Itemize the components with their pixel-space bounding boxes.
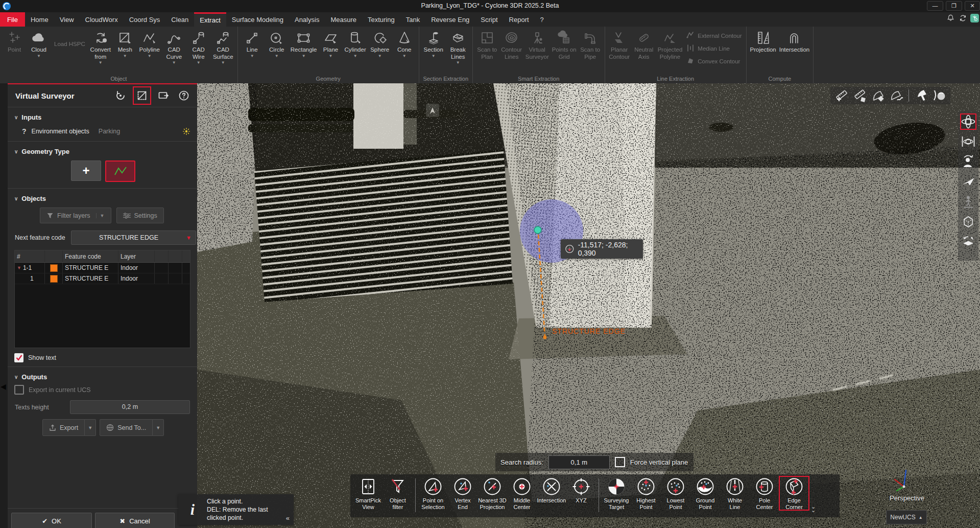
- nav-tool-turntable-icon[interactable]: [960, 233, 976, 249]
- ribbon-button-external-contour[interactable]: External Contour: [686, 31, 742, 41]
- cancel-button[interactable]: ✖ Cancel: [95, 513, 175, 528]
- measure-tool-measure-cube-icon[interactable]: [852, 88, 868, 103]
- measure-tool-pick-sphere-icon[interactable]: [931, 88, 947, 103]
- ribbon-button-cone[interactable]: Cone▼: [392, 28, 417, 58]
- sendto-dropdown-arrow[interactable]: ▼: [153, 419, 164, 436]
- measure-tool-angle-line-icon[interactable]: [889, 88, 905, 103]
- snap-button-highest-point[interactable]: Highest Point: [631, 476, 661, 510]
- export-ucs-row[interactable]: Export in current UCS: [8, 383, 197, 396]
- menu-item-analysis[interactable]: Analysis: [289, 12, 325, 27]
- snap-button-edge-corner[interactable]: Edge Corner: [779, 476, 809, 510]
- restore-button[interactable]: ❐: [946, 1, 962, 11]
- menu-item-file[interactable]: File: [0, 12, 25, 27]
- ribbon-button-cloud[interactable]: Cloud▼: [27, 28, 51, 58]
- measure-tool-pick-object-icon[interactable]: [913, 88, 929, 103]
- help-icon[interactable]: [176, 87, 192, 104]
- ribbon-button-cad-surface[interactable]: CAD Surface▼: [211, 28, 235, 65]
- table-row[interactable]: ▼1-1STRUCTURE EIndoor: [15, 263, 190, 273]
- texts-height-input[interactable]: 0,2 m: [70, 400, 190, 414]
- export-dropdown-arrow[interactable]: ▼: [85, 419, 96, 436]
- close-button[interactable]: ✕: [965, 1, 980, 11]
- force-vertical-checkbox[interactable]: [615, 457, 625, 467]
- table-header-empty[interactable]: [182, 250, 190, 262]
- snap-button-vertex-end[interactable]: Vertex End: [448, 476, 477, 510]
- snap-button-pole-center[interactable]: Pole Center: [750, 476, 779, 510]
- ok-button[interactable]: ✔ OK: [11, 513, 92, 528]
- menu-item-tank[interactable]: Tank: [400, 12, 425, 27]
- ribbon-button-contour-lines[interactable]: Contour Lines: [499, 28, 524, 60]
- window-select-icon[interactable]: [133, 86, 151, 105]
- menu-item--[interactable]: ?: [535, 12, 549, 27]
- feature-color-swatch[interactable]: [50, 264, 58, 272]
- nav-tool-orbit-icon[interactable]: [960, 113, 976, 130]
- collapse-info-icon[interactable]: «: [286, 514, 290, 522]
- snap-button-intersection[interactable]: Intersection: [537, 476, 566, 504]
- menu-item-cloudworx[interactable]: CloudWorx: [80, 12, 124, 27]
- menu-item-home[interactable]: Home: [25, 12, 54, 27]
- objects-table[interactable]: #Feature codeLayer▼1-1STRUCTURE EIndoor1…: [14, 250, 190, 348]
- bell-icon[interactable]: [946, 13, 955, 22]
- nav-tool-section-box-icon[interactable]: [960, 213, 976, 229]
- ribbon-button-scan-to-plan[interactable]: Scan to Plan: [475, 28, 499, 60]
- menu-item-surface-modeling[interactable]: Surface Modeling: [226, 12, 289, 27]
- ribbon-button-intersection[interactable]: Intersection: [778, 28, 811, 54]
- ribbon-button-cad-curve[interactable]: CAD Curve▼: [162, 28, 186, 65]
- add-point-geometry-button[interactable]: +: [71, 160, 101, 181]
- menu-item-script[interactable]: Script: [475, 12, 503, 27]
- snap-button-surveying-target[interactable]: Surveying Target: [602, 476, 631, 510]
- nav-tool-first-person-icon[interactable]: [960, 153, 976, 170]
- ribbon-button-sphere[interactable]: Sphere▼: [368, 28, 392, 58]
- ribbon-button-polyline[interactable]: Polyline▼: [137, 28, 162, 58]
- ribbon-button-virtual-surveyor[interactable]: Virtual Surveyor: [524, 28, 551, 60]
- ribbon-button-cylinder[interactable]: Cylinder▼: [343, 28, 368, 58]
- measure-tool-measure-add-icon[interactable]: [833, 88, 850, 103]
- table-header-empty[interactable]: [155, 250, 169, 262]
- section-objects[interactable]: ∨Objects: [8, 189, 197, 204]
- ucs-selector-button[interactable]: NewUCS ▲: [886, 510, 927, 524]
- snap-button-white-line[interactable]: White Line: [720, 476, 750, 510]
- ribbon-button-rectangle[interactable]: Rectangle▼: [289, 28, 319, 58]
- screenshot-icon[interactable]: [155, 87, 172, 104]
- ribbon-button-plane[interactable]: Plane▼: [319, 28, 343, 58]
- polyline-geometry-button[interactable]: [105, 160, 135, 182]
- highlight-icon[interactable]: [182, 127, 190, 135]
- ribbon-button-scan-to-pipe[interactable]: Scan to Pipe: [578, 28, 603, 60]
- measure-tool-angle-diamond-icon[interactable]: [870, 88, 887, 103]
- section-geometry-type[interactable]: ∨Geometry Type: [8, 142, 197, 157]
- chevron-down-icon[interactable]: ▼: [17, 265, 21, 270]
- ribbon-button-cad-wire[interactable]: CAD Wire▼: [186, 28, 211, 65]
- show-text-row[interactable]: Show text: [8, 348, 197, 363]
- ribbon-button-projection[interactable]: Projection: [749, 28, 778, 54]
- menu-item-view[interactable]: View: [54, 12, 80, 27]
- sync-icon[interactable]: [958, 13, 967, 22]
- export-button[interactable]: Export: [42, 419, 85, 436]
- search-radius-input[interactable]: 0,1 m: [548, 455, 610, 469]
- assistant-icon[interactable]: [970, 14, 979, 22]
- environment-objects-row[interactable]: ? Environment objects Parking: [8, 123, 197, 136]
- ribbon-button-convex-contour[interactable]: Convex Contour: [686, 56, 742, 66]
- table-header-#[interactable]: #: [15, 250, 45, 262]
- settings-button[interactable]: Settings: [116, 208, 164, 223]
- nav-tool-walk-icon[interactable]: [960, 193, 976, 210]
- snap-button-nearest-3d-projection[interactable]: Nearest 3D Projection: [477, 476, 507, 510]
- ribbon-button-convert-from[interactable]: Convert from▼: [88, 28, 113, 65]
- table-header-empty[interactable]: [45, 250, 63, 262]
- snap-button-ground-point[interactable]: Ground Point: [690, 476, 720, 510]
- nav-tool-orbit-constrained-icon[interactable]: [960, 133, 976, 150]
- snap-button-middle-center[interactable]: Middle Center: [507, 476, 537, 510]
- table-header-Feature code[interactable]: Feature code: [63, 250, 118, 262]
- snap-button-point-on-selection[interactable]: Point on Selection: [418, 476, 448, 510]
- menu-item-measure[interactable]: Measure: [325, 12, 362, 27]
- ribbon-button-circle[interactable]: Circle▼: [265, 28, 289, 58]
- menu-item-texturing[interactable]: Texturing: [362, 12, 400, 27]
- snap-button-object-filter[interactable]: Object filter: [383, 476, 413, 510]
- snap-button-lowest-point[interactable]: Lowest Point: [661, 476, 690, 510]
- snap-button-xyz[interactable]: XYZ: [566, 476, 596, 504]
- menu-item-extract[interactable]: Extract: [194, 12, 226, 27]
- menu-item-report[interactable]: Report: [504, 12, 535, 27]
- ribbon-button-line[interactable]: Line▼: [240, 28, 265, 58]
- ribbon-button-projected-polyline[interactable]: Projected Polyline: [656, 28, 684, 60]
- minimize-button[interactable]: —: [927, 1, 943, 11]
- next-feature-code-select[interactable]: STRUCTURE EDGE ▼: [71, 231, 196, 245]
- show-text-checkbox[interactable]: [14, 353, 23, 362]
